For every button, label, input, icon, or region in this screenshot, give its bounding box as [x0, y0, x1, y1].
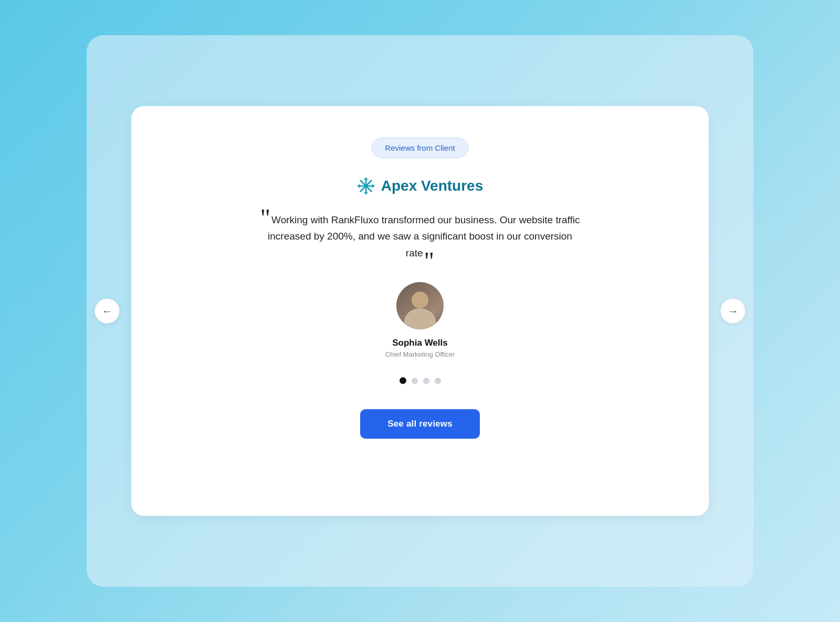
prev-button[interactable]: ←: [94, 298, 120, 324]
carousel-dots: [400, 377, 441, 384]
dot-1[interactable]: [400, 377, 406, 384]
reviewer-title: Chief Marketing Officer: [385, 350, 455, 358]
next-button[interactable]: →: [720, 298, 746, 324]
left-arrow-icon: ←: [102, 305, 112, 317]
outer-frame: ← Reviews from Client: [87, 35, 753, 587]
see-all-label: See all reviews: [387, 419, 453, 429]
dot-2[interactable]: [412, 378, 418, 384]
company-name: Apex Ventures: [357, 177, 484, 195]
badge-label: Reviews from Client: [385, 143, 455, 152]
see-all-reviews-button[interactable]: See all reviews: [360, 409, 480, 439]
dot-4[interactable]: [435, 378, 441, 384]
reviewer-section: Sophia Wells Chief Marketing Officer: [385, 282, 455, 358]
avatar: [396, 282, 444, 329]
snowflake-icon: [357, 177, 375, 195]
avatar-image: [396, 282, 444, 329]
quote-open-icon: ": [260, 204, 270, 232]
right-arrow-icon: →: [728, 305, 738, 317]
card-wrapper: ← Reviews from Client: [131, 106, 709, 516]
quote-close-icon: ": [424, 247, 435, 275]
dot-3[interactable]: [423, 378, 429, 384]
reviewer-name: Sophia Wells: [392, 338, 448, 348]
reviews-badge: Reviews from Client: [372, 138, 468, 158]
review-text: "Working with RankFluxo transformed our …: [257, 212, 583, 261]
review-card: Reviews from Client: [131, 106, 709, 516]
company-name-text: Apex Ventures: [381, 178, 484, 194]
